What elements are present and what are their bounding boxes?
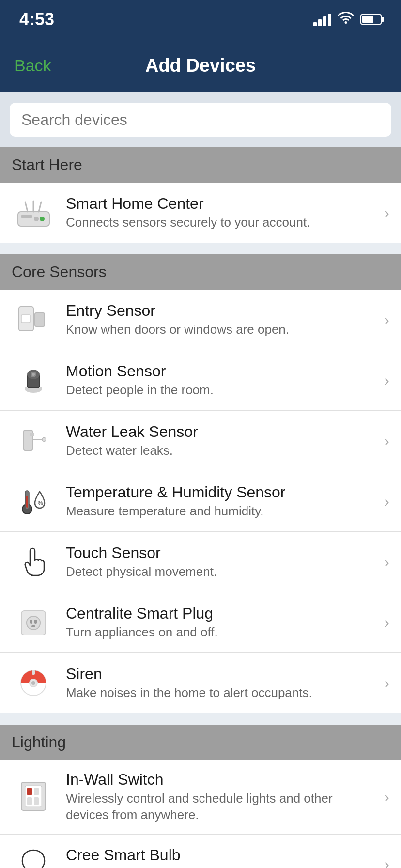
section-lighting: Lighting In-Wall Switch [0,725,401,868]
device-desc-cree-smart-bulb: A19 [66,866,376,868]
content: Start Here Smart Home Cent [0,147,401,868]
status-time: 4:53 [19,9,54,30]
device-text-cree-smart-bulb: Cree Smart Bulb A19 [66,846,376,868]
section-group-lighting: In-Wall Switch Wirelessly control and sc… [0,760,401,868]
chevron-icon-siren: › [384,674,389,692]
device-item-centralite-smart-plug[interactable]: Centralite Smart Plug Turn appliances on… [0,592,401,653]
device-text-smart-home-center: Smart Home Center Connects sensors secur… [66,195,376,231]
device-desc-motion-sensor: Detect people in the room. [66,382,376,399]
device-name-touch-sensor: Touch Sensor [66,544,376,562]
device-name-motion-sensor: Motion Sensor [66,362,376,380]
page-title: Add Devices [145,55,256,76]
device-item-temp-humidity-sensor[interactable]: % Temperature & Humidity Sensor Measure … [0,471,401,532]
chevron-icon-smart-home-center: › [384,204,389,222]
svg-rect-3 [21,215,32,218]
chevron-icon-entry-sensor: › [384,311,389,329]
svg-rect-0 [18,212,49,226]
svg-line-4 [25,202,28,212]
svg-rect-18 [30,433,34,436]
svg-rect-25 [30,620,32,624]
battery-icon [360,14,382,25]
svg-rect-21 [26,496,28,508]
svg-text:%: % [38,500,43,507]
device-icon-water-leak-sensor [12,421,55,460]
section-header-core-sensors: Core Sensors [0,254,401,290]
section-header-start-here: Start Here [0,147,401,183]
device-name-water-leak-sensor: Water Leak Sensor [66,423,376,441]
chevron-icon-water-leak-sensor: › [384,432,389,450]
back-button[interactable]: Back [15,56,51,75]
device-item-smart-home-center[interactable]: Smart Home Center Connects sensors secur… [0,183,401,243]
device-item-siren[interactable]: Siren Make noises in the home to alert o… [0,653,401,713]
device-icon-temp-humidity-sensor: % [12,482,55,521]
device-item-in-wall-switch[interactable]: In-Wall Switch Wirelessly control and sc… [0,760,401,835]
svg-rect-8 [35,313,45,326]
device-desc-temp-humidity-sensor: Measure temperature and humidity. [66,503,376,520]
device-text-water-leak-sensor: Water Leak Sensor Detect water leaks. [66,423,376,459]
svg-rect-31 [32,670,35,675]
device-name-in-wall-switch: In-Wall Switch [66,771,376,789]
svg-point-14 [32,373,35,376]
device-icon-siren [12,664,55,702]
chevron-icon-temp-humidity-sensor: › [384,493,389,511]
device-desc-siren: Make noises in the home to alert occupan… [66,685,376,701]
device-icon-motion-sensor [12,361,55,400]
search-input[interactable] [10,103,391,137]
section-header-lighting: Lighting [0,725,401,760]
device-icon-smart-home-center [12,193,55,232]
device-icon-centralite-smart-plug [12,603,55,642]
search-container [0,92,401,147]
device-item-touch-sensor[interactable]: Touch Sensor Detect physical movement. › [0,532,401,592]
device-name-cree-smart-bulb: Cree Smart Bulb [66,846,376,864]
device-desc-water-leak-sensor: Detect water leaks. [66,443,376,459]
wifi-icon [338,12,354,28]
chevron-icon-centralite-smart-plug: › [384,614,389,632]
svg-point-17 [42,437,46,441]
device-text-temp-humidity-sensor: Temperature & Humidity Sensor Measure te… [66,483,376,520]
device-name-siren: Siren [66,665,376,683]
svg-rect-34 [27,788,32,795]
device-item-motion-sensor[interactable]: Motion Sensor Detect people in the room.… [0,350,401,411]
device-item-cree-smart-bulb[interactable]: Cree Smart Bulb A19 › [0,835,401,868]
chevron-icon-in-wall-switch: › [384,788,389,806]
device-name-centralite-smart-plug: Centralite Smart Plug [66,604,376,622]
section-group-start-here: Smart Home Center Connects sensors secur… [0,183,401,243]
device-icon-in-wall-switch [12,777,55,816]
device-desc-in-wall-switch: Wirelessly control and schedule lights a… [66,790,376,823]
device-text-entry-sensor: Entry Sensor Know when doors or windows … [66,302,376,338]
device-text-siren: Siren Make noises in the home to alert o… [66,665,376,701]
device-text-centralite-smart-plug: Centralite Smart Plug Turn appliances on… [66,604,376,641]
nav-bar: Back Add Devices [0,39,401,92]
svg-point-30 [31,681,35,685]
svg-rect-9 [21,315,30,323]
svg-line-6 [39,202,41,212]
device-name-entry-sensor: Entry Sensor [66,302,376,320]
svg-rect-37 [34,797,39,805]
device-icon-touch-sensor [12,542,55,581]
spacer-2 [0,713,401,725]
device-text-in-wall-switch: In-Wall Switch Wirelessly control and sc… [66,771,376,823]
device-desc-smart-home-center: Connects sensors securely to your accoun… [66,215,376,231]
section-group-core-sensors: Entry Sensor Know when doors or windows … [0,290,401,713]
device-text-touch-sensor: Touch Sensor Detect physical movement. [66,544,376,580]
status-bar: 4:53 [0,0,401,39]
device-item-entry-sensor[interactable]: Entry Sensor Know when doors or windows … [0,290,401,350]
device-icon-cree-smart-bulb [12,845,55,868]
svg-rect-27 [31,625,35,627]
device-desc-centralite-smart-plug: Turn appliances on and off. [66,624,376,641]
svg-point-2 [34,217,39,221]
device-name-temp-humidity-sensor: Temperature & Humidity Sensor [66,483,376,501]
svg-rect-26 [34,620,37,624]
section-core-sensors: Core Sensors Entry Sensor Know when door… [0,254,401,713]
spacer-1 [0,243,401,254]
svg-rect-35 [34,788,39,795]
chevron-icon-touch-sensor: › [384,553,389,571]
status-icons [313,12,382,28]
svg-rect-36 [27,797,32,805]
device-text-motion-sensor: Motion Sensor Detect people in the room. [66,362,376,399]
device-item-water-leak-sensor[interactable]: Water Leak Sensor Detect water leaks. › [0,411,401,471]
svg-point-24 [27,616,40,630]
svg-point-1 [40,217,45,221]
device-name-smart-home-center: Smart Home Center [66,195,376,213]
signal-icon [313,13,331,26]
